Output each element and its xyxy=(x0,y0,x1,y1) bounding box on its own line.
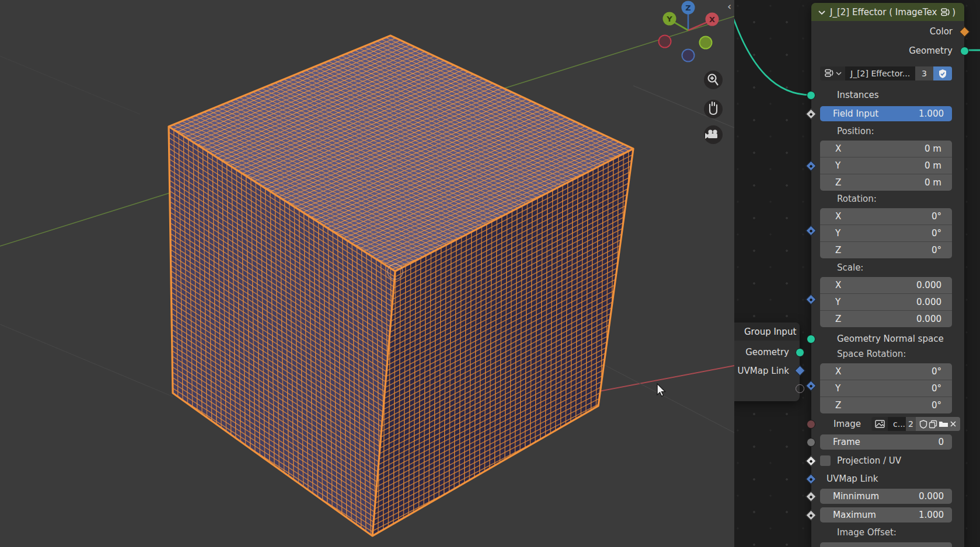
gizmo-neg-x-axis[interactable] xyxy=(659,36,671,48)
field-input-value: 1.000 xyxy=(919,108,944,119)
position-z-field[interactable]: Z0 m xyxy=(820,174,952,191)
node-group-name-field[interactable]: J_[2] Effector... xyxy=(845,66,915,80)
space-rotation-y-field[interactable]: Y0° xyxy=(820,380,952,397)
node-group-user-count[interactable]: 3 xyxy=(915,66,933,80)
frame-label: Frame xyxy=(833,437,860,447)
frame-input-socket[interactable] xyxy=(807,438,815,447)
group-input-geometry-socket[interactable] xyxy=(796,348,804,357)
effector-node-title: J_[2] Effector ( ImageTex xyxy=(830,7,937,17)
geometry-output-label: Geometry xyxy=(909,45,953,56)
image-user-count[interactable]: 2 xyxy=(906,417,916,431)
frame-slider[interactable]: Frame 0 xyxy=(820,434,952,450)
maximum-value: 1.000 xyxy=(919,510,944,520)
scale-vector-field: X0.000 Y0.000 Z0.000 xyxy=(820,277,952,327)
image-buttons xyxy=(916,417,960,431)
nodetree-icon xyxy=(940,8,951,17)
minimum-slider[interactable]: Minnimum 0.000 xyxy=(820,489,952,504)
image-offset-label: Image Offset: xyxy=(820,525,969,539)
effector-node-title-suffix: ) xyxy=(952,7,955,17)
nodetree-icon xyxy=(824,69,836,78)
space-rotation-x-field[interactable]: X0° xyxy=(820,363,952,380)
image-name-field[interactable]: c... xyxy=(888,417,906,431)
instances-label: Instances xyxy=(820,88,969,102)
geometry-normal-space-label: Geometry Normal space xyxy=(820,332,969,346)
maximum-label: Maximum xyxy=(833,510,876,520)
scale-y-field[interactable]: Y0.000 xyxy=(820,293,952,310)
node-group-browse-button[interactable] xyxy=(820,66,845,80)
geometry-output-socket[interactable] xyxy=(960,47,969,55)
image-row: Image c... 2 xyxy=(820,416,952,432)
minimum-label: Minnimum xyxy=(833,491,879,502)
group-input-geometry-label: Geometry xyxy=(745,347,789,357)
projection-uv-label: Projection / UV xyxy=(837,455,901,466)
collapse-chevron-icon[interactable] xyxy=(817,9,826,16)
new-copy-icon[interactable] xyxy=(929,420,937,429)
scale-z-field[interactable]: Z0.000 xyxy=(820,310,952,327)
projection-uv-checkbox[interactable] xyxy=(820,455,831,466)
field-input-label: Field Input xyxy=(833,108,878,119)
image-input-socket[interactable] xyxy=(807,420,815,429)
blender-window: Z Y X xyxy=(0,0,980,547)
viewport-tools xyxy=(704,71,723,144)
image-label: Image xyxy=(820,419,861,429)
position-label: Position: xyxy=(820,124,969,138)
effector-node-header[interactable]: J_[2] Effector ( ImageTex ) xyxy=(811,3,964,21)
space-rotation-vector-field: X0° Y0° Z0° xyxy=(820,363,952,413)
effector-node[interactable]: J_[2] Effector ( ImageTex ) Color Geomet… xyxy=(811,3,964,547)
space-rotation-z-field[interactable]: Z0° xyxy=(820,397,952,413)
gizmo-z-label: Z xyxy=(685,3,690,12)
gizmo-neg-z-axis[interactable] xyxy=(682,50,695,62)
geometry-normal-input-socket[interactable] xyxy=(807,335,815,343)
collapse-panel-arrow[interactable]: ‹ xyxy=(727,0,731,12)
3d-viewport[interactable]: Z Y X xyxy=(0,0,734,547)
node-group-selector: J_[2] Effector... 3 xyxy=(820,66,952,80)
folder-open-icon[interactable] xyxy=(939,420,948,428)
image-offset-x-field[interactable] xyxy=(820,542,952,547)
image-browse-button[interactable] xyxy=(871,417,888,431)
camera-button[interactable] xyxy=(704,125,723,144)
fake-user-button[interactable] xyxy=(933,66,952,80)
scale-label: Scale: xyxy=(820,261,969,275)
field-input-slider[interactable]: Field Input 1.000 xyxy=(820,106,952,121)
uvmap-link-label: UVMap Link xyxy=(820,471,958,486)
geometry-node-editor[interactable]: Group Input Geometry UVMap Link J_[2] Ef… xyxy=(734,0,980,547)
noodle-to-instances xyxy=(734,14,811,95)
group-input-node[interactable]: Group Input Geometry UVMap Link xyxy=(734,322,800,401)
group-input-title[interactable]: Group Input xyxy=(734,322,800,341)
instances-input-socket[interactable] xyxy=(807,91,815,100)
unlink-x-icon[interactable] xyxy=(950,420,957,427)
rotation-vector-field: X0° Y0° Z0° xyxy=(820,208,952,258)
pan-button[interactable] xyxy=(704,100,723,118)
rotation-y-field[interactable]: Y0° xyxy=(820,225,952,241)
chevron-down-icon xyxy=(836,71,842,76)
position-x-field[interactable]: X0 m xyxy=(820,141,952,157)
color-output-label: Color xyxy=(930,26,953,37)
shield-check-icon xyxy=(938,69,947,79)
shield-outline-icon[interactable] xyxy=(919,420,927,429)
rotation-x-field[interactable]: X0° xyxy=(820,208,952,225)
projection-uv-row: Projection / UV xyxy=(820,453,952,468)
gizmo-neg-y-axis[interactable] xyxy=(700,37,712,49)
image-selector: c... 2 xyxy=(871,417,960,431)
frame-value: 0 xyxy=(938,437,944,447)
scale-x-field[interactable]: X0.000 xyxy=(820,277,952,293)
position-vector-field: X0 m Y0 m Z0 m xyxy=(820,141,952,191)
zoom-button[interactable] xyxy=(704,71,723,89)
group-input-virtual-socket[interactable] xyxy=(796,384,804,393)
minimum-value: 0.000 xyxy=(919,491,944,502)
rotation-z-field[interactable]: Z0° xyxy=(820,241,952,258)
position-y-field[interactable]: Y0 m xyxy=(820,157,952,174)
gizmo-y-label: Y xyxy=(666,15,672,23)
space-rotation-label: Space Rotation: xyxy=(820,347,969,361)
group-input-uvmap-label: UVMap Link xyxy=(738,366,789,376)
image-icon xyxy=(875,420,885,428)
gizmo-x-label: X xyxy=(709,15,715,24)
rotation-label: Rotation: xyxy=(820,192,969,206)
maximum-slider[interactable]: Maximum 1.000 xyxy=(820,507,952,523)
